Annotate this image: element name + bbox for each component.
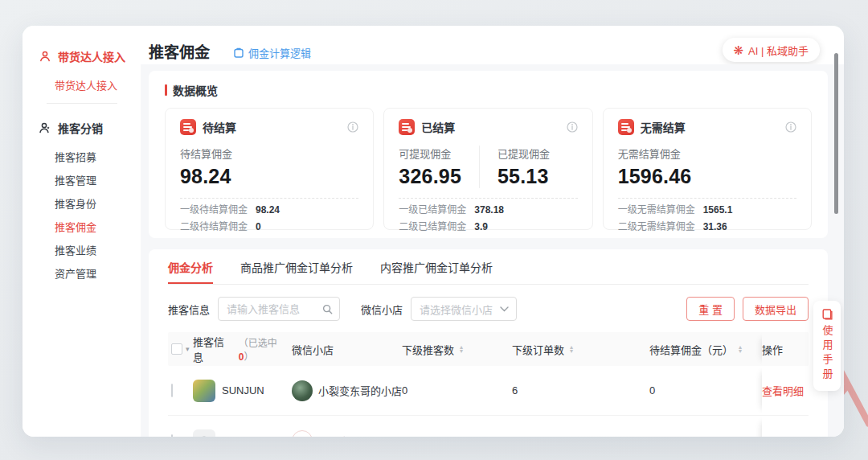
ai-assistant-button[interactable]: ❋ AI | 私域助手 <box>723 38 820 62</box>
select-all-checkbox[interactable] <box>171 343 182 355</box>
promoter-name: 一口特立独行 <box>222 433 285 437</box>
receipt-icon <box>618 119 634 135</box>
sidebar-divider <box>47 103 117 104</box>
chevron-down-icon <box>500 306 509 312</box>
metric-value: 55.13 <box>497 165 550 188</box>
col-shop: 微信小店 <box>292 342 402 357</box>
metric-label: 待结算佣金 <box>180 146 232 161</box>
tab-content-orders[interactable]: 内容推广佣金订单分析 <box>380 249 493 284</box>
pending-commission-value: 0 <box>649 435 762 437</box>
ai-assistant-label: AI | 私域助手 <box>748 43 809 58</box>
metric-value: 326.95 <box>399 165 461 188</box>
search-icon[interactable] <box>322 304 333 314</box>
analysis-section: 佣金分析 商品推广佣金订单分析 内容推广佣金订单分析 推客信息 微信小店 请选择… <box>149 249 828 437</box>
info-icon[interactable] <box>785 121 796 133</box>
detail-row: 一级无需结算佣金 1565.1 <box>618 204 796 216</box>
analysis-tabs: 佣金分析 商品推广佣金订单分析 内容推广佣金订单分析 <box>168 249 809 285</box>
caret-down-icon[interactable]: ▾ <box>186 345 190 353</box>
promoter-search-field[interactable] <box>218 297 340 321</box>
page-title: 推客佣金 <box>149 40 210 62</box>
metric-label: 已提现佣金 <box>497 146 550 161</box>
promoter-name: SUNJUN <box>222 384 264 396</box>
detail-row: 二级待结算佣金 0 <box>180 221 358 232</box>
metric-label: 可提现佣金 <box>399 146 461 161</box>
sidebar-group-daren[interactable]: 带货达人接入 <box>39 48 125 64</box>
sidebar-item-identity[interactable]: 推客身份 <box>55 195 96 211</box>
table-row: SUNJUN 小裂变东哥的小店 0 6 0 查看明细 <box>168 366 809 416</box>
commission-logic-label: 佣金计算逻辑 <box>248 45 311 60</box>
shop-select[interactable]: 请选择微信小店 <box>411 297 517 321</box>
metric-label: 无需结算佣金 <box>618 146 692 161</box>
commission-logic-link[interactable]: 佣金计算逻辑 <box>233 45 311 60</box>
row-checkbox[interactable] <box>171 384 173 397</box>
tab-product-orders[interactable]: 商品推广佣金订单分析 <box>240 249 353 284</box>
detail-row: 二级已结算佣金 3.9 <box>399 221 577 232</box>
shop-name: 小裂变团队 <box>318 433 371 437</box>
no-settlement-card: 无需结算 无需结算佣金 1596.46 一级无需结 <box>603 108 812 230</box>
table-row: 一口特立独行 M 小裂变团队 0 0 0 查看明细 <box>168 416 809 437</box>
sort-icon[interactable]: ▴▾ <box>460 345 463 353</box>
sidebar-group-label: 推客分销 <box>58 120 103 136</box>
sidebar: 带货达人接入 带货达人接入 推客分销 推客招募 推客管理 推客身份 推客佣金 推… <box>23 26 141 437</box>
metric-value: 98.24 <box>180 165 232 188</box>
settled-card: 已结算 可提现佣金 326.95 已提现佣金 55.13 <box>383 108 592 230</box>
detail-row: 二级无需结算佣金 31.36 <box>618 221 796 232</box>
info-icon[interactable] <box>567 121 578 133</box>
export-button[interactable]: 数据导出 <box>743 297 809 321</box>
promoter-search-input[interactable] <box>227 303 317 315</box>
user-manual-tab[interactable]: 使用手册 <box>813 301 841 391</box>
view-detail-link[interactable]: 查看明细 <box>762 366 809 415</box>
ai-rosette-icon: ❋ <box>734 44 744 56</box>
sub-promoters-value: 0 <box>402 384 512 396</box>
sidebar-item-assets[interactable]: 资产管理 <box>55 265 96 281</box>
clipboard-icon <box>233 47 244 59</box>
card-title: 待结算 <box>203 119 236 135</box>
pending-settlement-card: 待结算 待结算佣金 98.24 一级待结算佣金 <box>165 108 374 230</box>
col-action: 操作 <box>762 332 809 366</box>
section-title-bar <box>165 84 167 96</box>
book-icon <box>821 308 833 320</box>
user-manual-label: 使用手册 <box>820 325 835 383</box>
table-header: ▾ 推客信息 （已选中0） 微信小店 下级推客数 ▴▾ 下级订单数 ▴▾ <box>168 332 809 366</box>
sort-icon[interactable]: ▴▾ <box>739 345 742 353</box>
tab-commission-analysis[interactable]: 佣金分析 <box>168 249 213 284</box>
shop-name: 小裂变东哥的小店 <box>318 383 402 398</box>
sub-orders-value: 0 <box>512 435 649 437</box>
promoter-avatar <box>193 380 215 402</box>
sidebar-item-recruit[interactable]: 推客招募 <box>55 149 96 164</box>
metric-value: 1596.46 <box>618 165 692 188</box>
detail-row: 一级已结算佣金 378.18 <box>399 204 577 216</box>
app-window: 带货达人接入 带货达人接入 推客分销 推客招募 推客管理 推客身份 推客佣金 推… <box>23 26 844 437</box>
person-icon <box>39 50 51 63</box>
card-title: 已结算 <box>421 119 455 135</box>
promoter-filter-label: 推客信息 <box>168 302 210 317</box>
sidebar-group-label: 带货达人接入 <box>58 48 125 64</box>
shop-avatar <box>292 380 313 401</box>
people-icon <box>39 121 51 134</box>
sidebar-item-performance[interactable]: 推客业绩 <box>55 242 96 257</box>
sidebar-item-daren-access[interactable]: 带货达人接入 <box>55 77 117 92</box>
section-title: 数据概览 <box>165 82 812 98</box>
sidebar-item-commission[interactable]: 推客佣金 <box>55 219 96 234</box>
filter-bar: 推客信息 微信小店 请选择微信小店 重 置 <box>168 297 809 321</box>
reset-button[interactable]: 重 置 <box>686 297 735 321</box>
pending-commission-value: 0 <box>649 384 762 396</box>
sidebar-group-distribution[interactable]: 推客分销 <box>39 120 103 136</box>
shop-logo: M <box>292 430 313 437</box>
sidebar-item-manage[interactable]: 推客管理 <box>55 172 96 187</box>
col-pending-commission[interactable]: 待结算佣金（元） ▴▾ <box>649 342 762 357</box>
sort-icon[interactable]: ▴▾ <box>570 345 573 353</box>
row-checkbox[interactable] <box>171 434 173 437</box>
col-sub-orders[interactable]: 下级订单数 ▴▾ <box>512 342 649 357</box>
view-detail-link[interactable]: 查看明细 <box>762 416 809 437</box>
col-sub-promoters[interactable]: 下级推客数 ▴▾ <box>402 342 512 357</box>
info-icon[interactable] <box>347 121 358 133</box>
vertical-scrollbar[interactable] <box>834 53 838 214</box>
shop-select-placeholder: 请选择微信小店 <box>420 302 493 317</box>
main-content: 数据概览 待结算 待结算佣金 98.24 <box>141 64 844 437</box>
col-promoter: 推客信息 （已选中0） <box>193 334 292 364</box>
shop-filter-label: 微信小店 <box>361 302 403 317</box>
promoter-avatar <box>193 429 215 437</box>
promoter-table: ▾ 推客信息 （已选中0） 微信小店 下级推客数 ▴▾ 下级订单数 ▴▾ <box>168 332 809 437</box>
detail-row: 一级待结算佣金 98.24 <box>180 204 358 216</box>
